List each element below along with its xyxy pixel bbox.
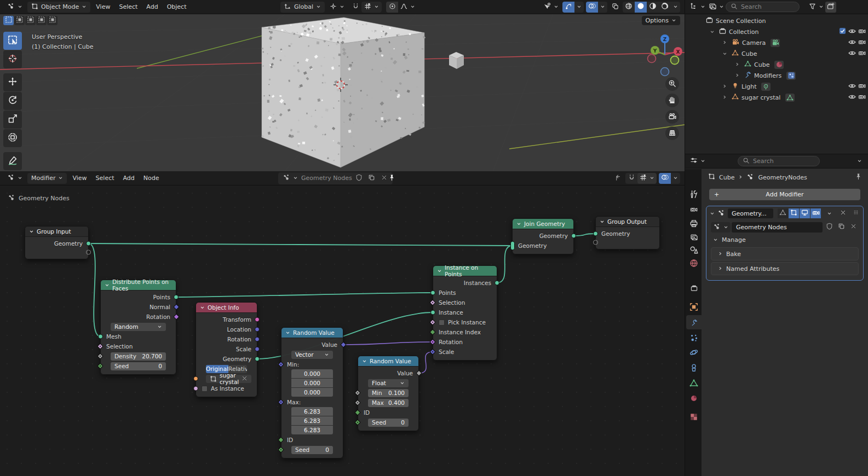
value-field[interactable]: Seed0 xyxy=(368,419,409,427)
node-header[interactable]: Group Input xyxy=(25,227,88,237)
value-field[interactable]: Seed0 xyxy=(291,446,333,454)
vector-component-field[interactable]: 6.283 xyxy=(291,407,333,416)
show-on-cage-toggle[interactable] xyxy=(778,208,788,218)
fake-user-shield-button[interactable] xyxy=(354,173,365,184)
browse-node-group-dropdown[interactable] xyxy=(711,222,731,233)
modifier-name-field[interactable]: Geometry... xyxy=(728,208,773,218)
mesh-socket[interactable] xyxy=(98,334,103,339)
hide-in-viewport-eye-icon[interactable] xyxy=(848,82,856,91)
hide-in-viewport-eye-icon[interactable] xyxy=(848,27,856,37)
select-mode-invert[interactable] xyxy=(36,16,47,25)
outliner-item-cube[interactable]: Cube xyxy=(685,59,868,70)
node-header[interactable]: Random Value xyxy=(281,328,343,338)
rotation-socket[interactable] xyxy=(255,337,260,342)
orthographic-toggle-button[interactable] xyxy=(665,126,679,140)
outliner-item-camera[interactable]: Camera xyxy=(685,37,868,48)
vector-component-field[interactable]: 0.000 xyxy=(291,369,333,378)
shading-wireframe-button[interactable] xyxy=(623,2,635,13)
outliner-item-label[interactable]: Light xyxy=(741,83,756,90)
node-group-name-field[interactable]: Geometry Nodes xyxy=(732,222,823,233)
outliner-search-input[interactable]: Search xyxy=(726,2,800,12)
node-header[interactable]: Distribute Points on Faces xyxy=(101,280,176,291)
outliner-item-label[interactable]: Cube xyxy=(741,50,757,57)
node-canvas[interactable]: Group InputGeometryDistribute Points on … xyxy=(0,186,685,476)
checkbox[interactable] xyxy=(439,320,445,326)
collapse-chevron-icon[interactable] xyxy=(710,210,715,217)
bake-section-header[interactable]: Bake xyxy=(711,248,858,260)
copy-node-group-button[interactable] xyxy=(836,222,847,233)
node-header[interactable]: Object Info xyxy=(196,303,257,313)
viewport-menu-add[interactable]: Add xyxy=(142,2,162,12)
display-mode-dropdown[interactable] xyxy=(707,2,726,13)
nodetree-badge-icon[interactable] xyxy=(786,72,796,80)
checkbox[interactable] xyxy=(202,386,208,392)
outliner-item-label[interactable]: Modifiers xyxy=(754,72,781,79)
node-snap-toggle[interactable] xyxy=(625,173,637,184)
vector-component-field[interactable]: 6.283 xyxy=(291,426,333,434)
tool-transform[interactable] xyxy=(3,129,22,147)
geometry-socket[interactable] xyxy=(255,357,260,362)
pivot-point-dropdown[interactable] xyxy=(326,2,348,13)
properties-tab-scene[interactable] xyxy=(686,243,702,257)
manage-section-header[interactable]: Manage xyxy=(706,234,863,246)
new-collection-button[interactable] xyxy=(825,2,836,13)
outliner-item-label[interactable]: Cube xyxy=(754,61,769,68)
gizmos-toggle[interactable] xyxy=(562,2,574,13)
chevron-right-icon[interactable] xyxy=(735,61,741,68)
select-widget[interactable]: Float xyxy=(368,379,409,387)
select-mode-subtract[interactable] xyxy=(25,16,36,25)
filter-dropdown[interactable] xyxy=(807,2,825,13)
editor-type-dropdown[interactable] xyxy=(3,173,26,184)
value-field[interactable]: Min0.100 xyxy=(368,389,409,397)
collapse-chevron-icon[interactable] xyxy=(600,218,605,225)
vector-component-field[interactable]: 6.283 xyxy=(291,416,333,425)
select-widget[interactable]: Random xyxy=(111,323,166,331)
viewport-menu-view[interactable]: View xyxy=(91,2,114,12)
shading-solid-button[interactable] xyxy=(635,2,647,13)
shading-dropdown[interactable] xyxy=(671,2,680,13)
mode-dropdown[interactable]: Object Mode xyxy=(27,2,90,13)
outliner-item-label[interactable]: sugar crystal xyxy=(741,94,780,101)
properties-editor[interactable]: Search Cube GeometryNodes +Add Modifier … xyxy=(685,154,868,476)
viewport-menu-object[interactable]: Object xyxy=(163,2,191,12)
value-field[interactable]: Max0.400 xyxy=(368,399,409,407)
collapse-chevron-icon[interactable] xyxy=(29,228,34,235)
properties-tab-output[interactable] xyxy=(686,216,702,230)
copy-node-tree-button[interactable] xyxy=(366,173,377,184)
light-data-badge-icon[interactable] xyxy=(761,83,771,91)
node-tree-type-dropdown[interactable]: Modifier xyxy=(27,173,67,184)
shading-material-button[interactable] xyxy=(647,2,659,13)
points-socket[interactable] xyxy=(174,295,179,300)
tool-rotate[interactable] xyxy=(3,92,22,110)
browse-node-tree-dropdown[interactable] xyxy=(281,173,300,184)
editor-type-dropdown[interactable] xyxy=(688,156,707,167)
outliner-item-label[interactable]: Camera xyxy=(742,39,766,47)
chevron-right-icon[interactable] xyxy=(735,72,741,79)
breadcrumb-data[interactable]: GeometryNodes xyxy=(758,174,807,181)
shading-rendered-button[interactable] xyxy=(659,2,671,13)
node-random-value[interactable]: Random ValueValueFloatMin0.100Max0.400ID… xyxy=(358,356,419,431)
add-modifier-button[interactable]: +Add Modifier xyxy=(709,189,860,200)
mesh-data-badge-icon[interactable] xyxy=(785,94,795,102)
properties-search-input[interactable]: Search xyxy=(738,156,820,166)
node-instance-on-points[interactable]: Instance on PointsInstancesPointsSelecti… xyxy=(433,265,497,361)
node-header[interactable]: Random Value xyxy=(358,356,418,367)
overlays-dropdown[interactable] xyxy=(598,2,607,13)
clear-object-icon[interactable] xyxy=(242,375,248,382)
3d-viewport[interactable]: Z Y X Object Mode ViewSelectAddObject Gl… xyxy=(0,0,685,171)
chevron-right-icon[interactable] xyxy=(722,83,729,90)
tool-scale[interactable] xyxy=(3,111,22,129)
properties-tab-particles[interactable] xyxy=(686,330,702,345)
node-snap-target-dropdown[interactable] xyxy=(637,173,657,184)
virtual-socket[interactable] xyxy=(193,376,198,381)
snap-toggle[interactable] xyxy=(349,2,361,13)
node-header[interactable]: Instance on Points xyxy=(433,266,497,276)
outliner-item-sugar-crystal[interactable]: sugar crystal xyxy=(685,92,868,103)
value-field[interactable]: Density20.700 xyxy=(111,352,166,361)
outliner-item-label[interactable]: Collection xyxy=(729,28,758,36)
node-overlays-dropdown[interactable] xyxy=(671,173,680,184)
node-random-value[interactable]: Random ValueValueVectorMin:0.0000.0000.0… xyxy=(281,327,343,458)
chevron-right-icon[interactable] xyxy=(722,94,729,101)
outliner-item-modifiers[interactable]: Modifiers xyxy=(685,70,868,81)
outliner-item-light[interactable]: Light xyxy=(685,81,868,92)
